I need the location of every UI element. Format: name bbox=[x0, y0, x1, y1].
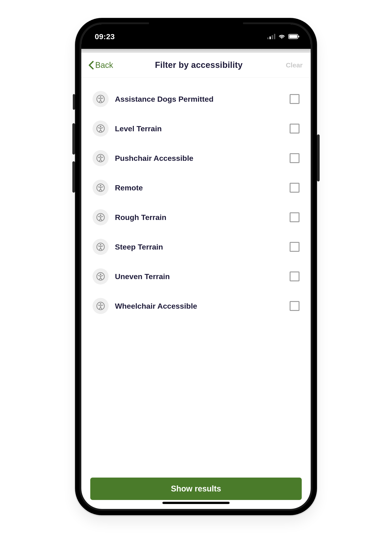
filter-label: Level Terrain bbox=[115, 124, 283, 133]
page-title: Filter by accessibility bbox=[155, 60, 243, 70]
filter-label: Uneven Terrain bbox=[115, 272, 283, 281]
volume-up-button bbox=[72, 123, 75, 155]
svg-point-22 bbox=[100, 303, 101, 305]
back-label: Back bbox=[95, 60, 113, 70]
filter-row[interactable]: Rough Terrain bbox=[90, 202, 302, 232]
nav-bar: Back Filter by accessibility Clear bbox=[81, 53, 311, 78]
volume-down-button bbox=[72, 161, 75, 193]
filter-checkbox[interactable] bbox=[290, 94, 300, 104]
svg-point-20 bbox=[100, 274, 101, 275]
status-icons bbox=[267, 34, 300, 39]
filter-row[interactable]: Wheelchair Accessible bbox=[90, 291, 302, 321]
filter-list: Assistance Dogs Permitted Level Terrain … bbox=[81, 78, 311, 478]
accessibility-icon bbox=[92, 180, 109, 196]
filter-label: Wheelchair Accessible bbox=[115, 302, 283, 310]
filter-row[interactable]: Level Terrain bbox=[90, 114, 302, 143]
svg-point-16 bbox=[100, 215, 101, 216]
filter-checkbox[interactable] bbox=[290, 212, 300, 222]
filter-checkbox[interactable] bbox=[290, 242, 300, 252]
filter-checkbox[interactable] bbox=[290, 153, 300, 163]
svg-point-10 bbox=[100, 126, 101, 127]
filter-row[interactable]: Steep Terrain bbox=[90, 232, 302, 262]
svg-rect-3 bbox=[274, 34, 275, 39]
filter-row[interactable]: Remote bbox=[90, 173, 302, 202]
svg-rect-1 bbox=[270, 37, 271, 39]
wifi-icon bbox=[278, 34, 286, 39]
bottom-area: Show results bbox=[81, 478, 311, 509]
filter-checkbox[interactable] bbox=[290, 183, 300, 193]
back-button[interactable]: Back bbox=[88, 60, 113, 70]
filter-label: Rough Terrain bbox=[115, 213, 283, 222]
filter-label: Remote bbox=[115, 183, 283, 192]
svg-point-8 bbox=[100, 96, 101, 98]
filter-label: Pushchair Accessible bbox=[115, 154, 283, 163]
phone-frame: 09:23 bbox=[75, 18, 317, 515]
filter-label: Assistance Dogs Permitted bbox=[115, 95, 283, 103]
top-shadow-strip bbox=[81, 49, 311, 53]
filter-label: Steep Terrain bbox=[115, 243, 283, 251]
show-results-button[interactable]: Show results bbox=[90, 478, 302, 500]
svg-point-18 bbox=[100, 244, 101, 246]
screen: 09:23 bbox=[81, 24, 311, 509]
filter-checkbox[interactable] bbox=[290, 301, 300, 311]
filter-row[interactable]: Assistance Dogs Permitted bbox=[90, 84, 302, 114]
chevron-left-icon bbox=[88, 61, 94, 70]
svg-rect-5 bbox=[289, 35, 297, 38]
filter-checkbox[interactable] bbox=[290, 124, 300, 133]
mute-switch bbox=[73, 94, 75, 110]
power-button bbox=[317, 134, 320, 181]
filter-checkbox[interactable] bbox=[290, 271, 300, 281]
filter-row[interactable]: Uneven Terrain bbox=[90, 262, 302, 291]
svg-point-14 bbox=[100, 185, 101, 186]
svg-rect-2 bbox=[272, 35, 273, 39]
clear-button[interactable]: Clear bbox=[284, 61, 304, 69]
battery-icon bbox=[288, 34, 300, 39]
accessibility-icon bbox=[92, 268, 109, 284]
accessibility-icon bbox=[92, 120, 109, 137]
status-time: 09:23 bbox=[95, 32, 115, 41]
svg-rect-6 bbox=[298, 36, 299, 37]
accessibility-icon bbox=[92, 239, 109, 255]
accessibility-icon bbox=[92, 298, 109, 314]
accessibility-icon bbox=[92, 209, 109, 225]
accessibility-icon bbox=[92, 150, 109, 166]
accessibility-icon bbox=[92, 91, 109, 107]
svg-rect-0 bbox=[267, 37, 269, 39]
phone-bezel: 09:23 bbox=[80, 22, 312, 511]
svg-point-12 bbox=[100, 155, 101, 157]
filter-row[interactable]: Pushchair Accessible bbox=[90, 143, 302, 173]
home-indicator bbox=[162, 502, 230, 504]
cellular-signal-icon bbox=[267, 34, 275, 39]
phone-notch bbox=[149, 22, 243, 36]
